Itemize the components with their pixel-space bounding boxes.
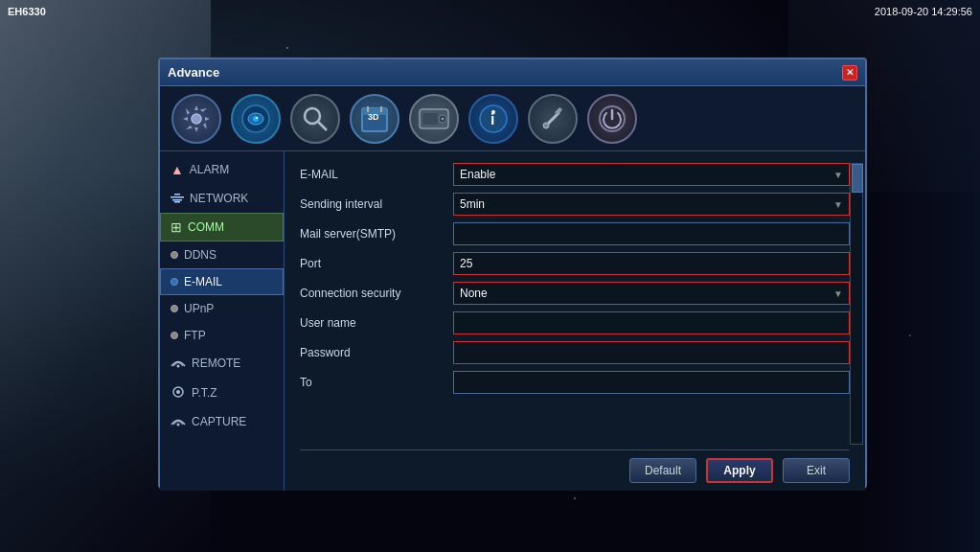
dialog-body: ▲ ALARM NETWORK ⊞ COMM DDNS E-MAIL <box>160 151 865 491</box>
sidebar: ▲ ALARM NETWORK ⊞ COMM DDNS E-MAIL <box>160 151 285 491</box>
send-interval-arrow: ▼ <box>833 199 843 210</box>
conn-security-label: Connection security <box>300 287 453 300</box>
sidebar-item-remote-label: REMOTE <box>192 356 240 370</box>
username-label: User name <box>300 316 453 330</box>
svg-point-21 <box>543 123 549 128</box>
svg-text:3D: 3D <box>368 112 379 122</box>
toolbar-monitor-icon[interactable] <box>231 94 281 144</box>
send-interval-select[interactable]: 5min ▼ <box>453 193 850 216</box>
sidebar-item-capture[interactable]: CAPTURE <box>160 407 284 436</box>
toolbar-search-icon[interactable] <box>290 94 340 144</box>
sidebar-item-upnp[interactable]: UPnP <box>160 295 284 322</box>
sidebar-item-comm-label: COMM <box>188 220 224 234</box>
sidebar-item-email[interactable]: E-MAIL <box>160 268 284 295</box>
to-label: To <box>300 376 453 389</box>
scrollbar-thumb[interactable] <box>852 164 863 193</box>
svg-rect-24 <box>172 199 182 201</box>
svg-point-4 <box>256 117 258 119</box>
svg-line-6 <box>318 122 327 130</box>
toolbar-calendar-icon[interactable]: 3D <box>350 94 399 144</box>
button-bar: Default Apply Exit <box>300 449 850 483</box>
alarm-icon: ▲ <box>171 162 184 177</box>
sidebar-item-upnp-label: UPnP <box>184 302 214 315</box>
svg-rect-25 <box>174 194 180 196</box>
svg-rect-23 <box>171 196 184 198</box>
remote-icon <box>171 356 186 371</box>
sidebar-item-comm[interactable]: ⊞ COMM <box>160 213 284 242</box>
sidebar-item-ptz-label: P.T.Z <box>192 386 217 400</box>
content-panel: E-MAIL Enable ▼ Sending interval 5min ▼ <box>285 151 865 491</box>
svg-point-18 <box>491 110 495 114</box>
port-input[interactable] <box>453 252 850 275</box>
sidebar-item-ptz[interactable]: P.T.Z <box>160 378 284 407</box>
email-enable-value: Enable <box>460 168 495 181</box>
toolbar-tools-icon[interactable] <box>528 94 578 144</box>
ddns-dot-icon <box>171 251 178 259</box>
exit-button[interactable]: Exit <box>783 458 850 483</box>
email-enable-row: E-MAIL Enable ▼ <box>300 163 850 186</box>
ptz-icon <box>171 384 186 401</box>
sidebar-item-network-label: NETWORK <box>190 192 248 205</box>
icon-toolbar: 3D i <box>160 86 865 151</box>
sidebar-item-network[interactable]: NETWORK <box>160 184 284 213</box>
form-area: E-MAIL Enable ▼ Sending interval 5min ▼ <box>300 163 850 446</box>
sidebar-item-capture-label: CAPTURE <box>192 415 246 428</box>
to-input[interactable] <box>453 371 850 394</box>
upnp-dot-icon <box>171 305 178 312</box>
toolbar-power-icon[interactable] <box>587 94 637 144</box>
email-enable-arrow: ▼ <box>833 170 843 180</box>
toolbar-settings-icon[interactable] <box>171 94 221 144</box>
sidebar-item-alarm[interactable]: ▲ ALARM <box>160 155 284 184</box>
password-label: Password <box>300 346 453 359</box>
conn-security-row: Connection security None ▼ <box>300 282 850 305</box>
toolbar-hdd-icon[interactable] <box>409 94 459 144</box>
default-button[interactable]: Default <box>629 458 696 483</box>
password-input[interactable] <box>453 341 850 364</box>
port-label: Port <box>300 257 453 270</box>
username-input[interactable] <box>453 311 850 334</box>
capture-icon <box>171 414 186 429</box>
dialog-titlebar: Advance ✕ <box>160 59 865 86</box>
svg-rect-13 <box>422 113 438 125</box>
send-interval-row: Sending interval 5min ▼ <box>300 193 850 216</box>
camera-id: EH6330 <box>8 6 46 17</box>
svg-point-0 <box>192 114 201 124</box>
dialog-title: Advance <box>168 65 219 80</box>
timestamp: 2018-09-20 14:29:56 <box>875 6 972 17</box>
sidebar-item-remote[interactable]: REMOTE <box>160 349 284 378</box>
sidebar-item-alarm-label: ALARM <box>190 163 229 176</box>
email-dot-icon <box>171 278 178 286</box>
close-button[interactable]: ✕ <box>842 65 857 80</box>
svg-point-3 <box>253 116 259 122</box>
advance-dialog: Advance ✕ <box>158 58 867 489</box>
email-enable-label: E-MAIL <box>300 168 453 181</box>
sidebar-item-ftp[interactable]: FTP <box>160 322 284 349</box>
to-row: To <box>300 371 850 394</box>
send-interval-label: Sending interval <box>300 197 453 211</box>
network-icon <box>171 191 184 206</box>
svg-point-5 <box>305 108 320 124</box>
toolbar-info-icon[interactable]: i <box>468 94 518 144</box>
conn-security-value: None <box>460 287 488 300</box>
conn-security-arrow: ▼ <box>833 288 843 299</box>
svg-point-15 <box>442 117 444 120</box>
conn-security-select[interactable]: None ▼ <box>453 282 850 305</box>
apply-button[interactable]: Apply <box>706 458 773 483</box>
svg-rect-26 <box>174 201 180 203</box>
ftp-dot-icon <box>171 332 178 339</box>
svg-point-29 <box>176 390 180 394</box>
mail-server-input[interactable] <box>453 222 850 245</box>
comm-icon: ⊞ <box>171 219 182 235</box>
username-row: User name <box>300 311 850 334</box>
svg-point-30 <box>177 424 180 426</box>
svg-point-27 <box>177 365 180 368</box>
mail-server-label: Mail server(SMTP) <box>300 227 453 241</box>
mail-server-row: Mail server(SMTP) <box>300 222 850 245</box>
sidebar-item-ftp-label: FTP <box>184 329 206 342</box>
scrollbar-track <box>850 163 863 445</box>
sidebar-item-ddns-label: DDNS <box>184 248 217 262</box>
email-enable-select[interactable]: Enable ▼ <box>453 163 850 186</box>
sidebar-item-ddns[interactable]: DDNS <box>160 242 284 268</box>
sidebar-item-email-label: E-MAIL <box>184 275 222 288</box>
password-row: Password <box>300 341 850 364</box>
